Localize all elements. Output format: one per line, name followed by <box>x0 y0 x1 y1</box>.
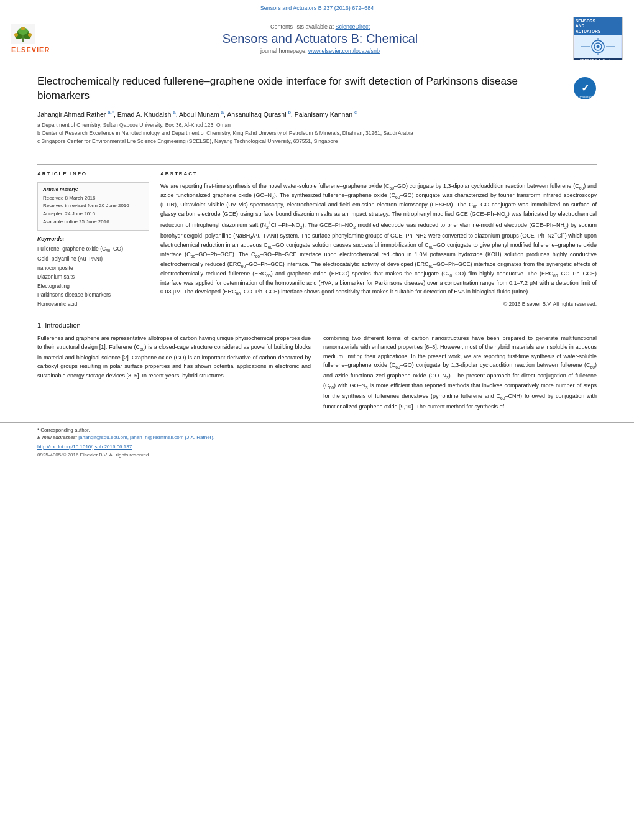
affiliations: a Department of Chemistry, Sultan Qaboos… <box>37 121 597 145</box>
doi-section: http://dx.doi.org/10.1016/j.snb.2016.06.… <box>0 441 634 451</box>
intro-body: Fullerenes and graphene are representati… <box>37 334 597 415</box>
elsevier-brand-text: ELSEVIER <box>11 46 50 53</box>
footnote-section: * Corresponding author. E-mail addresses… <box>0 422 634 441</box>
homepage-url[interactable]: www.elsevier.com/locate/snb <box>308 48 380 54</box>
intro-col1: Fullerenes and graphene are representati… <box>37 334 311 415</box>
accepted-date: Accepted 24 June 2016 <box>43 210 144 218</box>
keyword-1: Fullerene–graphene oxide (C60–GO) <box>37 244 149 255</box>
intro-col2: combining two different forms of carbon … <box>323 334 597 415</box>
svg-text:CrossMark: CrossMark <box>577 95 593 99</box>
revised-date: Received in revised form 20 June 2016 <box>43 202 144 210</box>
keyword-3: nanocomposite <box>37 264 149 272</box>
title-row: Electrochemically reduced fullerene–grap… <box>37 75 597 103</box>
article-info-column: ARTICLE INFO Article history: Received 8… <box>37 171 149 308</box>
affiliation-b: b Center of Research Excellence in Nanot… <box>37 129 597 137</box>
email-note: E-mail addresses: jahangir@squ.edu.om, j… <box>37 434 597 441</box>
svg-point-6 <box>14 33 18 37</box>
keywords-section: Keywords: Fullerene–graphene oxide (C60–… <box>37 236 149 308</box>
svg-point-8 <box>21 27 25 30</box>
affiliation-c: c Singapore Center for Environmental Lif… <box>37 137 597 145</box>
journal-title-area: Contents lists available at ScienceDirec… <box>67 24 573 54</box>
crossmark-badge: ✓ CrossMark <box>573 75 597 101</box>
abstract-column: ABSTRACT We are reporting first-time syn… <box>160 171 597 308</box>
contents-line: Contents lists available at ScienceDirec… <box>67 24 573 30</box>
info-abstract-section: ARTICLE INFO Article history: Received 8… <box>0 171 634 308</box>
email-link[interactable]: jahangir@squ.edu.om, jahan_n@rediffmail.… <box>78 435 214 440</box>
article-title: Electrochemically reduced fullerene–grap… <box>37 75 573 103</box>
introduction-section: 1. Introduction Fullerenes and graphene … <box>0 321 634 415</box>
sensors-graphic-icon <box>575 35 621 58</box>
abstract-heading: ABSTRACT <box>160 171 597 178</box>
article-history-box: Article history: Received 8 March 2016 R… <box>37 182 149 231</box>
journal-title: Sensors and Actuators B: Chemical <box>67 32 573 46</box>
sensors-logo-top: SENSORS AND ACTUATORS <box>574 17 622 35</box>
svg-point-7 <box>28 33 32 37</box>
page: Sensors and Actuators B 237 (2016) 672–6… <box>0 0 634 840</box>
svg-point-12 <box>597 45 600 48</box>
citation-line: Sensors and Actuators B 237 (2016) 672–6… <box>0 0 634 14</box>
keyword-6: Parkinsons disease biomarkers <box>37 290 149 299</box>
article-info-heading: ARTICLE INFO <box>37 171 149 178</box>
article-title-section: Electrochemically reduced fullerene–grap… <box>0 63 634 158</box>
bottom-info: 0925-4005/© 2016 Elsevier B.V. All right… <box>0 451 634 464</box>
keyword-5: Electografting <box>37 282 149 290</box>
corresponding-author-note: * Corresponding author. <box>37 427 597 434</box>
sensors-logo: SENSORS AND ACTUATORS SENSORS AcTuators <box>573 17 623 60</box>
doi-link[interactable]: http://dx.doi.org/10.1016/j.snb.2016.06.… <box>37 444 132 450</box>
received-date: Received 8 March 2016 <box>43 195 144 203</box>
keywords-list: Fullerene–graphene oxide (C60–GO) Gold–p… <box>37 244 149 308</box>
elsevier-tree-icon <box>11 24 35 44</box>
keyword-7: Homovanilic acid <box>37 300 149 308</box>
section-divider <box>37 164 597 165</box>
intro-p2: combining two different forms of carbon … <box>323 334 597 411</box>
journal-header: ELSEVIER Contents lists available at Sci… <box>0 14 634 63</box>
affiliation-a: a Department of Chemistry, Sultan Qaboos… <box>37 121 597 129</box>
svg-text:✓: ✓ <box>581 83 589 93</box>
elsevier-logo-img: ELSEVIER <box>11 24 50 53</box>
citation-text: Sensors and Actuators B 237 (2016) 672–6… <box>260 5 374 11</box>
intro-p1: Fullerenes and graphene are representati… <box>37 334 311 380</box>
abstract-text: We are reporting first-time synthesis of… <box>160 182 597 298</box>
sensors-logo-bottom: SENSORS AcTuators <box>574 58 622 60</box>
keyword-4: Diazonium salts <box>37 272 149 281</box>
available-date: Available online 25 June 2016 <box>43 218 144 226</box>
authors-line: Jahangir Ahmad Rather a,*, Emad A. Khuda… <box>37 109 597 118</box>
sensors-logo-image <box>574 35 622 58</box>
keyword-2: Gold–polyaniline (Au–PANI) <box>37 254 149 263</box>
history-title: Article history: <box>43 187 144 192</box>
keywords-title: Keywords: <box>37 236 149 242</box>
intro-title: 1. Introduction <box>37 321 597 329</box>
body-divider <box>37 315 597 315</box>
copyright-line: © 2016 Elsevier B.V. All rights reserved… <box>160 301 597 307</box>
journal-homepage: journal homepage: www.elsevier.com/locat… <box>67 48 573 54</box>
sciencedirect-link[interactable]: ScienceDirect <box>336 24 370 30</box>
elsevier-logo: ELSEVIER <box>11 22 67 55</box>
crossmark-icon: ✓ CrossMark <box>573 76 597 100</box>
